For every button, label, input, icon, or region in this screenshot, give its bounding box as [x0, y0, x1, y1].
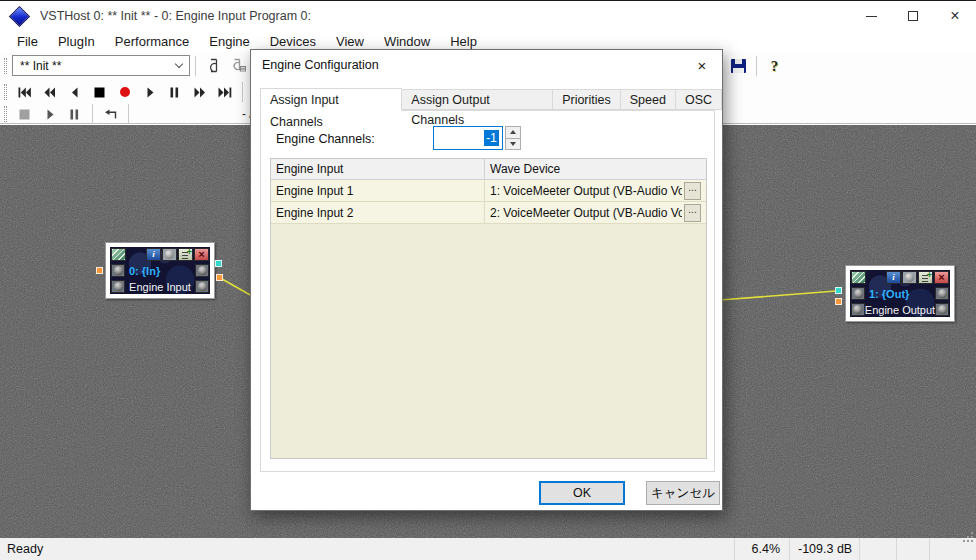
plugin-bank-icon [230, 58, 247, 73]
output-knob-icon[interactable] [195, 280, 209, 293]
player-pause-button[interactable] [62, 103, 87, 125]
info-icon[interactable]: i [146, 248, 161, 261]
pause-button[interactable] [162, 81, 187, 103]
column-header-engine-input[interactable]: Engine Input [271, 159, 485, 179]
window-title: VSTHost 0: ** Init ** - 0: Engine Input … [40, 9, 311, 23]
record-button[interactable] [112, 81, 137, 103]
status-segment [929, 538, 976, 560]
toolbar-grip[interactable] [4, 58, 7, 74]
output-node-left-handle[interactable] [835, 298, 842, 305]
input-knob-icon[interactable] [851, 287, 865, 300]
arrow-up-icon [510, 130, 516, 134]
menu-file[interactable]: File [7, 32, 48, 51]
status-segment [859, 538, 896, 560]
tab-osc[interactable]: OSC [676, 89, 722, 110]
step-back-button[interactable] [62, 81, 87, 103]
browse-device-button[interactable]: ... [684, 182, 701, 200]
minimize-icon [866, 16, 877, 17]
info-icon[interactable]: i [886, 271, 901, 284]
table-row[interactable]: Engine Input 1 1: VoiceMeeter Output (VB… [271, 180, 706, 202]
edit-icon[interactable] [851, 271, 866, 284]
player-play-icon [45, 109, 55, 120]
tab-assign-output-channels[interactable]: Assign Output Channels [402, 89, 553, 110]
tab-speed[interactable]: Speed [621, 89, 676, 110]
menu-performance[interactable]: Performance [105, 32, 199, 51]
input-node-output-handle[interactable] [215, 260, 222, 267]
title-bar: VSTHost 0: ** Init ** - 0: Engine Input … [0, 1, 976, 31]
input-knob-icon[interactable] [851, 303, 865, 316]
remove-node-icon[interactable]: × [934, 271, 949, 284]
plugin-chain-icon [205, 58, 222, 73]
help-icon: ? [771, 58, 779, 75]
rewind-button[interactable] [37, 81, 62, 103]
channel-assignment-table: Engine Input Wave Device Engine Input 1 … [270, 158, 707, 459]
engine-output-node[interactable]: i + × 1: {Out} Engine Output [845, 265, 955, 322]
edit-icon[interactable] [111, 248, 126, 261]
help-button[interactable]: ? [762, 55, 787, 77]
status-bar: Ready 6.4% -109.3 dB [0, 538, 976, 560]
fast-forward-button[interactable] [187, 81, 212, 103]
load-plugin-button[interactable] [201, 55, 226, 77]
output-node-input-handle[interactable] [835, 287, 842, 294]
output-knob-icon[interactable] [935, 287, 949, 300]
tab-priorities[interactable]: Priorities [553, 89, 621, 110]
skip-start-button[interactable] [12, 81, 37, 103]
engine-channels-spinner [505, 126, 521, 150]
close-button[interactable]: × [934, 1, 976, 31]
input-node-left-handle[interactable] [96, 267, 103, 274]
wave-device-value: 1: VoiceMeeter Output (VB-Audio Vo 1 [490, 184, 682, 198]
engine-input-cell[interactable]: Engine Input 2 [271, 202, 485, 223]
player-loop-button[interactable] [98, 103, 123, 125]
dialog-close-button[interactable]: × [682, 50, 722, 80]
input-node-right-handle[interactable] [216, 274, 223, 281]
toolbar-grip[interactable] [4, 106, 7, 122]
player-stop-icon [19, 109, 30, 120]
player-stop-button[interactable] [12, 103, 37, 125]
minimize-button[interactable] [850, 1, 892, 31]
bypass-icon[interactable] [902, 271, 917, 284]
output-knob-icon[interactable] [935, 303, 949, 316]
skip-end-button[interactable] [212, 81, 237, 103]
bypass-icon[interactable] [162, 248, 177, 261]
tab-assign-input-channels[interactable]: Assign Input Channels [260, 88, 402, 111]
output-knob-icon[interactable] [195, 264, 209, 277]
table-row[interactable]: Engine Input 2 2: VoiceMeeter Output (VB… [271, 202, 706, 224]
player-play-button[interactable] [37, 103, 62, 125]
column-header-wave-device[interactable]: Wave Device [485, 159, 706, 179]
engine-input-cell[interactable]: Engine Input 1 [271, 180, 485, 201]
maximize-button[interactable] [892, 1, 934, 31]
cancel-button[interactable]: キャンセル [646, 481, 720, 505]
player-loop-icon [104, 109, 117, 120]
dialog-title-bar[interactable]: Engine Configuration × [251, 50, 722, 80]
node-name-label: Engine Output [865, 304, 935, 316]
save-button[interactable] [726, 55, 751, 77]
vsthost-window: VSTHost 0: ** Init ** - 0: Engine Input … [0, 0, 976, 560]
program-list-icon[interactable]: + [918, 271, 933, 284]
pause-icon [169, 87, 180, 98]
plugin-bank-button[interactable] [226, 55, 251, 77]
remove-node-icon[interactable]: × [194, 248, 209, 261]
wave-device-cell[interactable]: 2: VoiceMeeter Output (VB-Audio Vo 2 ... [485, 202, 706, 223]
preset-combobox[interactable]: ** Init ** [12, 55, 190, 76]
dialog-tabs: Assign Input Channels Assign Output Chan… [260, 88, 722, 110]
stop-button[interactable] [87, 81, 112, 103]
browse-device-button[interactable]: ... [684, 204, 701, 222]
toolbar-grip[interactable] [4, 84, 7, 100]
spinner-up-button[interactable] [505, 126, 521, 139]
resize-grip[interactable] [971, 532, 973, 534]
wave-device-value: 2: VoiceMeeter Output (VB-Audio Vo 2 [490, 206, 682, 220]
step-back-icon [70, 87, 80, 98]
input-knob-icon[interactable] [111, 264, 125, 277]
input-knob-icon[interactable] [111, 280, 125, 293]
spinner-down-button[interactable] [505, 139, 521, 151]
fast-forward-icon [194, 87, 206, 98]
menu-plugin[interactable]: PlugIn [48, 32, 105, 51]
wave-device-cell[interactable]: 1: VoiceMeeter Output (VB-Audio Vo 1 ... [485, 180, 706, 201]
skip-end-icon [218, 87, 232, 98]
ok-button[interactable]: OK [539, 481, 625, 505]
table-header-row: Engine Input Wave Device [271, 159, 706, 180]
close-icon: × [950, 8, 959, 24]
program-list-icon[interactable]: + [178, 248, 193, 261]
engine-input-node[interactable]: i + × 0: {In} Engine Input [105, 242, 215, 299]
play-button[interactable] [137, 81, 162, 103]
